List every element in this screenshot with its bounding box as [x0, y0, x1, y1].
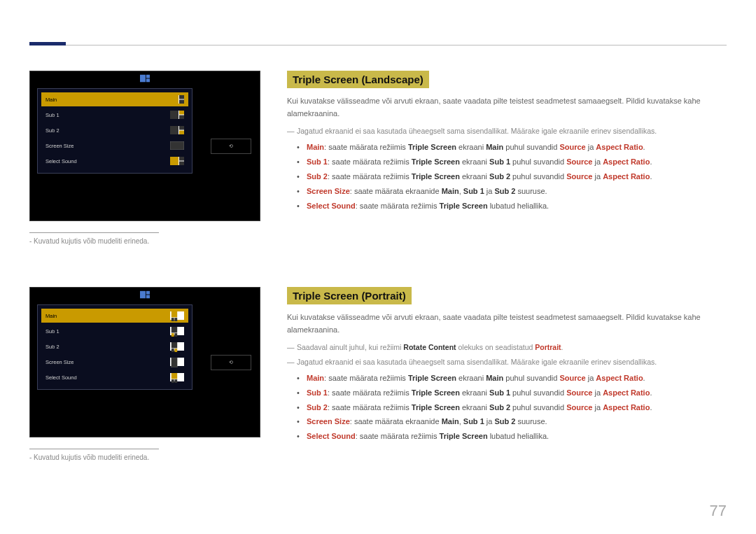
- svg-rect-6: [170, 111, 178, 119]
- svg-rect-24: [174, 333, 177, 337]
- osd-row-main: Main: [41, 92, 188, 106]
- svg-rect-20: [172, 318, 174, 321]
- page-number: 77: [710, 502, 727, 520]
- mock-caption: Kuvatud kujutis võib mudeliti erineda.: [29, 454, 260, 461]
- osd-label: Main: [46, 313, 57, 319]
- bullet-item: Sub 2: saate määrata režiimis Triple Scr…: [307, 169, 727, 184]
- section-portrait: Main Sub 1 Sub 2 Screen Size Select Soun…: [29, 287, 727, 461]
- layout-icon: [170, 95, 184, 104]
- layout-icon: [170, 327, 184, 335]
- bullet-item: Main: saate määrata režiimis Triple Scre…: [307, 140, 727, 155]
- return-icon: ⟲: [229, 143, 233, 149]
- osd-label: Sub 1: [46, 112, 59, 118]
- osd-label: Select Sound: [46, 374, 77, 381]
- svg-rect-27: [174, 349, 177, 352]
- svg-rect-11: [179, 131, 184, 135]
- caption-rule: [29, 449, 159, 449]
- bullet-list: Main: saate määrata režiimis Triple Scre…: [287, 140, 727, 213]
- osd-row-sub2: Sub 2: [41, 339, 188, 353]
- svg-rect-2: [146, 78, 150, 82]
- multiscreen-icon: [140, 74, 150, 83]
- multiscreen-icon: [140, 290, 150, 299]
- section-desc: Kui kuvatakse välisseadme või arvuti ekr…: [287, 311, 727, 336]
- bullet-item: Sub 1: saate määrata režiimis Triple Scr…: [307, 155, 727, 169]
- osd-row-sub1: Sub 1: [41, 324, 188, 338]
- svg-rect-29: [172, 373, 177, 379]
- svg-rect-4: [179, 95, 184, 99]
- note-text: Jagatud ekraanid ei saa kasutada üheaegs…: [287, 125, 727, 137]
- layout-icon: [170, 157, 184, 165]
- svg-rect-8: [179, 115, 184, 120]
- osd-menu-panel: Main Sub 1 Sub 2 Screen Size Select Soun…: [37, 304, 192, 390]
- bullet-item: Main: saate määrata režiimis Triple Scre…: [307, 371, 727, 386]
- svg-rect-21: [174, 318, 177, 321]
- header-rule: [29, 45, 727, 45]
- layout-icon: [170, 126, 184, 134]
- section-title-landscape: Triple Screen (Landscape): [287, 71, 429, 88]
- svg-rect-16: [140, 291, 146, 299]
- layout-icon: [170, 358, 184, 366]
- osd-menu-panel: Main Sub 1 Sub 2 Screen Size Select Soun…: [37, 88, 192, 174]
- svg-rect-12: [170, 141, 184, 150]
- osd-mockup-portrait: Main Sub 1 Sub 2 Screen Size Select Soun…: [29, 287, 260, 437]
- bullet-item: Screen Size: saate määrata ekraanide Mai…: [307, 184, 727, 199]
- mock-caption: Kuvatud kujutis võib mudeliti erineda.: [29, 237, 260, 245]
- svg-rect-18: [146, 295, 150, 298]
- osd-label: Screen Size: [46, 359, 74, 365]
- osd-row-size: Screen Size: [41, 139, 188, 153]
- section-landscape: Main Sub 1 Sub 2 Screen Size Select Soun…: [29, 71, 727, 245]
- svg-rect-14: [179, 157, 184, 161]
- svg-rect-0: [140, 75, 146, 83]
- svg-rect-26: [172, 349, 174, 352]
- osd-row-main: Main: [41, 309, 188, 323]
- svg-rect-10: [179, 126, 184, 130]
- caption-rule: [29, 232, 159, 233]
- svg-rect-7: [179, 111, 184, 115]
- layout-icon: [170, 342, 184, 351]
- svg-rect-5: [179, 100, 184, 104]
- osd-row-sound: Select Sound: [41, 370, 188, 384]
- osd-label: Select Sound: [46, 158, 77, 164]
- osd-label: Sub 2: [46, 344, 59, 350]
- osd-label: Sub 1: [46, 328, 59, 335]
- svg-rect-13: [170, 157, 178, 165]
- layout-icon: [170, 373, 184, 381]
- svg-rect-31: [174, 379, 177, 383]
- osd-label: Screen Size: [46, 143, 74, 149]
- layout-icon: [170, 311, 184, 320]
- osd-row-sound: Select Sound: [41, 154, 188, 168]
- bullet-item: Select Sound: saate määrata režiimis Tri…: [307, 429, 727, 444]
- note-text: Jagatud ekraanid ei saa kasutada üheaegs…: [287, 356, 727, 368]
- svg-rect-28: [172, 358, 177, 367]
- svg-rect-9: [170, 126, 178, 134]
- osd-label: Sub 2: [46, 127, 59, 134]
- svg-rect-23: [172, 333, 174, 337]
- osd-mockup-landscape: Main Sub 1 Sub 2 Screen Size Select Soun…: [29, 71, 260, 221]
- svg-rect-3: [170, 95, 178, 104]
- layout-icon: [170, 111, 184, 119]
- bullet-item: Sub 2: saate määrata režiimis Triple Scr…: [307, 400, 727, 415]
- osd-return-box: ⟲: [211, 139, 251, 154]
- return-icon: ⟲: [229, 360, 233, 365]
- note-text: Saadaval ainult juhul, kui režiimi Rotat…: [287, 342, 727, 353]
- svg-rect-25: [172, 342, 177, 348]
- osd-row-sub2: Sub 2: [41, 123, 188, 137]
- header-accent: [29, 42, 66, 45]
- svg-rect-22: [172, 327, 177, 332]
- osd-label: Main: [46, 97, 57, 103]
- bullet-list: Main: saate määrata režiimis Triple Scre…: [287, 371, 727, 444]
- osd-return-box: ⟲: [211, 355, 251, 370]
- bullet-item: Select Sound: saate määrata režiimis Tri…: [307, 199, 727, 213]
- layout-icon: [170, 141, 184, 150]
- section-desc: Kui kuvatakse välisseadme või arvuti ekr…: [287, 95, 727, 120]
- svg-rect-17: [146, 291, 150, 295]
- osd-row-size: Screen Size: [41, 355, 188, 369]
- svg-rect-15: [179, 162, 184, 166]
- section-title-portrait: Triple Screen (Portrait): [287, 287, 412, 304]
- bullet-item: Sub 1: saate määrata režiimis Triple Scr…: [307, 386, 727, 400]
- osd-row-sub1: Sub 1: [41, 108, 188, 122]
- svg-rect-19: [172, 311, 177, 317]
- bullet-item: Screen Size: saate määrata ekraanide Mai…: [307, 414, 727, 429]
- svg-rect-30: [172, 379, 174, 383]
- svg-rect-1: [146, 75, 150, 78]
